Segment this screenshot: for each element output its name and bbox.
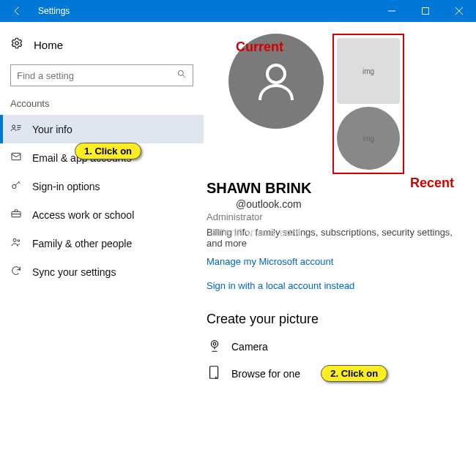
local-account-link[interactable]: Sign in with a local account instead [207,280,469,291]
svg-point-5 [12,184,16,188]
annotation-current: Current [236,40,283,55]
titlebar: Settings [0,0,476,22]
minimize-button[interactable] [375,0,409,22]
profile-role: Administrator [207,211,469,222]
svg-point-9 [267,65,285,83]
sidebar-section-title: Accounts [0,97,204,115]
svg-point-10 [211,341,217,347]
sidebar-item-label: Family & other people [32,238,132,249]
sidebar-item-label: Access work or school [32,209,134,221]
create-picture-heading: Create your picture [207,312,469,327]
sidebar: Home Accounts Your info Email & app acco… [0,22,204,455]
profile-description: Billing info, family settings, subscript… [207,227,455,249]
home-label: Home [34,39,63,51]
annotation-recent: Recent [410,176,454,191]
camera-label: Camera [231,341,268,353]
person-icon [253,58,300,105]
maximize-button[interactable] [409,0,442,22]
browse-icon [207,364,223,383]
search-input[interactable] [10,64,193,86]
profile-email: @outlook.com [207,198,469,210]
gear-icon [10,37,23,53]
search-field[interactable] [17,70,176,81]
sidebar-item-label: Your info [32,124,72,135]
window-title: Settings [35,6,70,16]
briefcase-icon [10,208,22,222]
svg-point-2 [178,70,183,75]
callout-2: 2. Click on [321,365,387,382]
camera-icon [207,337,223,356]
svg-point-7 [13,238,16,241]
key-icon [10,179,22,193]
recent-pictures-box: img img [332,34,404,174]
person-card-icon [10,122,22,136]
browse-option[interactable]: Browse for one 2. Click on [207,364,469,383]
sidebar-item-sync[interactable]: Sync your settings [0,257,204,286]
search-icon [176,69,187,82]
manage-account-link[interactable]: Manage my Microsoft account [207,256,469,267]
mail-icon [10,151,22,165]
sidebar-item-label: Sign-in options [32,181,100,192]
sidebar-item-signin[interactable]: Sign-in options [0,172,204,200]
camera-option[interactable]: Camera [207,337,469,356]
svg-point-3 [12,125,15,128]
svg-rect-4 [12,153,21,159]
svg-rect-0 [423,8,429,15]
home-nav[interactable]: Home [0,32,204,64]
sidebar-item-family[interactable]: Family & other people [0,229,204,257]
sidebar-item-label: Sync your settings [32,266,116,278]
recent-picture-1[interactable]: img [337,38,400,104]
close-button[interactable] [442,0,476,22]
svg-point-1 [15,42,19,45]
svg-point-8 [18,240,20,242]
recent-picture-2[interactable]: img [337,107,400,170]
sync-icon [10,265,22,279]
svg-point-11 [213,342,216,345]
sidebar-item-work-school[interactable]: Access work or school [0,200,204,229]
main-pane: Current img img Recent SHAWN BRINK @outl… [204,22,476,455]
browse-label: Browse for one [231,368,300,380]
callout-1: 1. Click on [75,143,141,159]
sidebar-item-your-info[interactable]: Your info [0,115,204,143]
back-button[interactable] [0,0,35,22]
svg-rect-12 [210,366,218,379]
people-icon [10,236,22,250]
